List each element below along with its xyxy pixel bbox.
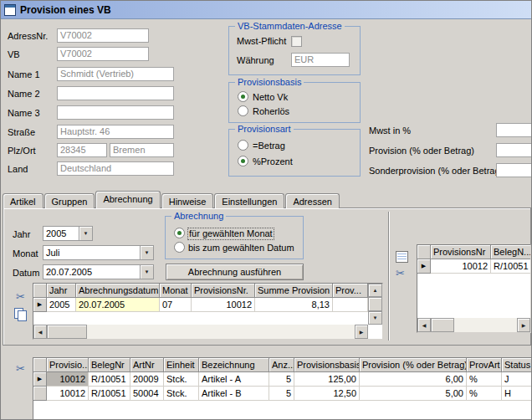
adressnr-field[interactable]: V70002 (57, 28, 149, 43)
grid3-cell[interactable]: H (502, 387, 532, 401)
grid1-cell-summe[interactable]: 8,13 (255, 298, 333, 312)
tab-adressen[interactable]: Adressen (285, 193, 339, 208)
grid3-cell[interactable]: 5 (269, 372, 294, 387)
waehrung-field[interactable]: EUR (291, 53, 350, 67)
grid3-cell[interactable]: 5 (269, 387, 294, 401)
name3-field[interactable] (57, 105, 174, 120)
strasse-field[interactable]: Hauptstr. 46 (57, 125, 174, 139)
netto-vk-radio[interactable] (238, 91, 248, 102)
grid3-cell[interactable]: 5,00 (360, 387, 467, 401)
monat-combobox-button[interactable]: ▼ (140, 246, 153, 259)
roherloes-radio[interactable] (238, 105, 248, 116)
grid1-row-marker[interactable]: ▶ (33, 298, 47, 312)
tab-gruppen[interactable]: Gruppen (44, 193, 95, 208)
scroll-down-button[interactable]: ▼ (368, 311, 382, 325)
grid3-cell[interactable]: 12,50 (294, 387, 360, 401)
scroll-track[interactable] (87, 325, 355, 339)
datum-option-radio[interactable] (174, 242, 185, 253)
grid3-data-row[interactable]: 10012 R/10051 50004 Stck. Artikel - B 5 … (33, 387, 532, 401)
grid1-header-prov[interactable]: Prov... (333, 284, 368, 298)
grid2-selector-header[interactable] (417, 245, 431, 259)
grid3-cell[interactable]: R/10051 (89, 372, 130, 387)
grid1-cell-abrechnungsdatum[interactable]: 20.07.2005 (76, 298, 160, 312)
grid3-cell[interactable]: 6,00 (360, 372, 467, 387)
grid3-header-status[interactable]: Status (502, 358, 532, 372)
grid2-cell-belegnr[interactable]: R/10051 (491, 259, 530, 274)
tab-artikel[interactable]: Artikel (3, 193, 43, 208)
plz-field[interactable]: 28345 (57, 143, 107, 157)
grid1-header-monat[interactable]: Monat (160, 284, 192, 298)
grid3-selector-header[interactable] (33, 358, 47, 372)
abrechnung-ausfuehren-button[interactable]: Abrechnung ausführen (166, 264, 304, 280)
mwst-pflicht-checkbox[interactable] (291, 36, 302, 47)
grid3-cell[interactable]: Stck. (164, 387, 199, 401)
scroll-right-button[interactable]: ▶ (355, 325, 368, 339)
grid1-data-row[interactable]: ▶ 2005 20.07.2005 07 10012 8,13 (33, 298, 382, 312)
jahr-combobox[interactable]: 2005 ▼ (43, 226, 93, 241)
grid3-header-belegnr[interactable]: BelegNr (89, 358, 130, 372)
grid2-row-marker[interactable]: ▶ (417, 259, 431, 274)
grid2-hscrollbar[interactable]: ◀ ▶ (417, 318, 530, 332)
tab-abrechnung[interactable]: Abrechnung (95, 191, 160, 208)
grid3-cell[interactable]: J (502, 372, 532, 387)
grid1-cell-jahr[interactable]: 2005 (47, 298, 76, 312)
jahr-combobox-button[interactable]: ▼ (79, 227, 92, 240)
grid3-header-provisionsnr[interactable]: Provisio... (47, 358, 89, 372)
sonderprovision-field[interactable] (496, 163, 532, 177)
grid3-header-provision[interactable]: Provision (% oder Betrag) (360, 358, 467, 372)
tab-einstellungen[interactable]: Einstellungen (214, 193, 284, 208)
grid2-header-belegnr[interactable]: BelegN... (491, 245, 530, 259)
scroll-left-button[interactable]: ◀ (33, 325, 47, 339)
pane-divider[interactable] (388, 212, 390, 341)
scroll-right-button[interactable]: ▶ (517, 318, 530, 332)
grid3-header-anzahl[interactable]: Anz... (269, 358, 294, 372)
datum-combobox-button[interactable]: ▼ (140, 265, 153, 279)
grid1-hscrollbar[interactable]: ◀ ▶ (33, 325, 368, 339)
grid3-header-provart[interactable]: ProvArt (467, 358, 502, 372)
scroll-thumb[interactable] (47, 325, 87, 339)
cut-icon[interactable]: ✂ (396, 267, 405, 280)
grid1-cell-provisionsnr[interactable]: 10012 (192, 298, 255, 312)
grid3-cell[interactable]: R/10051 (89, 387, 130, 401)
monat-combobox[interactable]: Juli ▼ (43, 245, 154, 260)
grid3-header-bezeichnung[interactable]: Bezeichnung (199, 358, 269, 372)
grid2-header-provisionsnr[interactable]: ProvisionsNr (431, 245, 491, 259)
grid3-row-marker[interactable]: ▶ (33, 372, 47, 387)
grid2-cell-provisionsnr[interactable]: 10012 (431, 259, 491, 274)
grid3-header-artnr[interactable]: ArtNr (130, 358, 164, 372)
grid3-cell[interactable]: 20009 (130, 372, 164, 387)
provision-field[interactable] (496, 143, 532, 157)
grid1-header-abrechnungsdatum[interactable]: Abrechnungsdatum (76, 284, 160, 298)
grid2-data-row[interactable]: ▶ 10012 R/10051 (417, 259, 530, 274)
ort-field[interactable]: Bremen (110, 143, 174, 157)
scroll-thumb[interactable] (368, 297, 382, 311)
grid1-cell-monat[interactable]: 07 (160, 298, 192, 312)
grid1-header-provisionsnr[interactable]: ProvisionsNr. (192, 284, 255, 298)
cut-icon[interactable]: ✂ (16, 362, 25, 376)
monat-option-radio[interactable] (174, 228, 185, 238)
grid3-cell[interactable]: % (467, 387, 502, 401)
grid3-header-provisionsbasis[interactable]: Provisionsbasis (294, 358, 360, 372)
copy-icon[interactable] (13, 307, 28, 321)
grid1-vscrollbar[interactable]: ▲ ▼ (368, 284, 382, 325)
grid1-header-summe[interactable]: Summe Provision (255, 284, 333, 298)
mwst-in-prozent-field[interactable] (496, 123, 532, 137)
grid3-cell[interactable]: Artikel - A (199, 372, 269, 387)
table-edit-icon[interactable] (396, 251, 408, 263)
name1-field[interactable]: Schmidt (Vertrieb) (57, 67, 174, 81)
grid3-cell[interactable]: % (467, 372, 502, 387)
grid3-cell[interactable]: Stck. (164, 372, 199, 387)
betrag-radio[interactable] (238, 140, 248, 151)
prozent-radio[interactable] (238, 156, 248, 166)
grid3-cell[interactable]: 125,00 (294, 372, 360, 387)
grid3-data-row[interactable]: ▶ 10012 R/10051 20009 Stck. Artikel - A … (33, 372, 532, 387)
vb-field[interactable]: V70002 (57, 47, 149, 61)
grid3-row-selector[interactable] (33, 387, 47, 401)
scroll-track[interactable] (454, 318, 517, 332)
title-bar[interactable]: Provision eines VB (1, 1, 531, 19)
grid1-header-jahr[interactable]: Jahr (47, 284, 76, 298)
scroll-up-button[interactable]: ▲ (368, 284, 382, 297)
grid3-cell[interactable]: 10012 (47, 387, 89, 401)
scroll-thumb[interactable] (431, 318, 454, 332)
grid3-cell[interactable]: 50004 (130, 387, 164, 401)
